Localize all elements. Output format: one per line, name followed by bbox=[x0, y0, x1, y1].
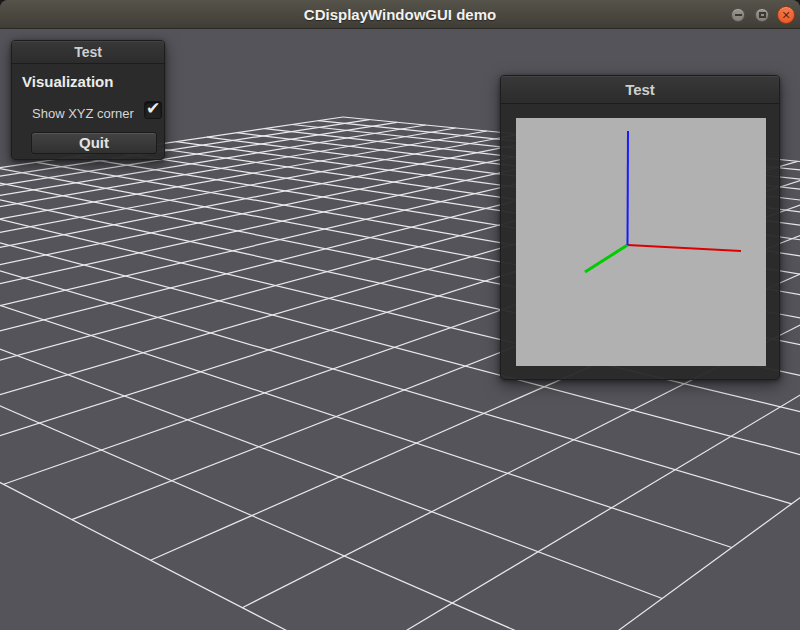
app-window: CDisplayWindowGUI demo ✕ Test Visualizat… bbox=[0, 0, 800, 630]
maximize-icon bbox=[759, 12, 766, 18]
section-label-visualization: Visualization bbox=[22, 73, 113, 90]
xyz-corner-view[interactable] bbox=[516, 118, 766, 366]
xyz-axes bbox=[516, 118, 766, 366]
minimize-icon bbox=[735, 14, 742, 16]
checkbox-label-show-xyz-corner[interactable]: Show XYZ corner bbox=[32, 106, 134, 121]
x-axis bbox=[628, 245, 742, 251]
control-panel-titlebar[interactable]: Test bbox=[12, 41, 164, 64]
close-button[interactable]: ✕ bbox=[777, 6, 795, 24]
maximize-button[interactable] bbox=[755, 8, 769, 22]
3d-viewport[interactable]: Test Visualization Show XYZ corner ✔ Qui… bbox=[0, 29, 800, 630]
show-xyz-corner-checkbox[interactable]: ✔ bbox=[144, 101, 162, 119]
close-icon: ✕ bbox=[781, 10, 790, 21]
control-panel: Test Visualization Show XYZ corner ✔ Qui… bbox=[11, 40, 165, 160]
check-icon: ✔ bbox=[146, 99, 160, 119]
quit-button[interactable]: Quit bbox=[31, 132, 157, 154]
window-title: CDisplayWindowGUI demo bbox=[0, 0, 800, 29]
test-subwindow-titlebar[interactable]: Test bbox=[501, 76, 779, 104]
test-subwindow: Test bbox=[500, 75, 780, 380]
z-axis bbox=[628, 131, 629, 245]
y-axis bbox=[585, 245, 628, 272]
minimize-button[interactable] bbox=[731, 8, 745, 22]
titlebar[interactable]: CDisplayWindowGUI demo ✕ bbox=[0, 0, 800, 29]
